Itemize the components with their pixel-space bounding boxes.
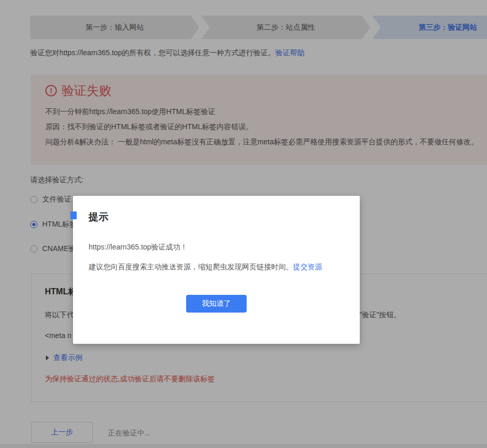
submit-resources-link[interactable]: 提交资源 xyxy=(293,263,322,271)
dialog-suggestion-text: 建议您向百度搜索主动推送资源，缩短爬虫发现网页链接时间。 xyxy=(89,263,293,271)
dialog-title: 提示 xyxy=(89,210,108,224)
dialog-success-message: https://learn365.top验证成功！ xyxy=(89,243,188,252)
success-dialog: 提示 https://learn365.top验证成功！ 建议您向百度搜索主动推… xyxy=(73,196,360,344)
dialog-confirm-button[interactable]: 我知道了 xyxy=(186,295,247,313)
dialog-suggestion-line: 建议您向百度搜索主动推送资源，缩短爬虫发现网页链接时间。提交资源 xyxy=(89,263,322,272)
dialog-title-accent xyxy=(70,211,77,219)
